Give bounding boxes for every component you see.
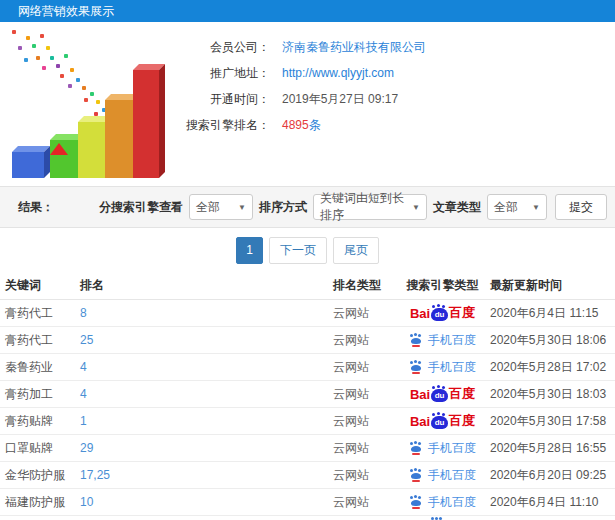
promo-url-link[interactable]: http://www.qlyyjt.com	[282, 66, 394, 80]
table-row: 膏药代工 25 云网站 手机百度 2020年5月30日 18:06	[0, 327, 615, 354]
table-row: 金华防护服 17,25 云网站 手机百度 2020年6月20日 09:25	[0, 462, 615, 489]
member-company-link[interactable]: 济南秦鲁药业科技有限公司	[282, 39, 426, 56]
engine-cell: 手机百度	[395, 332, 490, 349]
submit-button[interactable]: 提交	[555, 194, 607, 220]
keyword-cell: 膏药代工	[0, 332, 80, 349]
update-time-cell: 2020年5月28日 17:02	[490, 359, 615, 376]
rank-link[interactable]: 29	[80, 441, 333, 455]
table-row: 膏药贴牌 1 云网站 Baidu百度 2020年5月30日 17:58	[0, 408, 615, 435]
update-time-cell: 2020年5月30日 18:03	[490, 386, 615, 403]
company-info-section: 会员公司： 济南秦鲁药业科技有限公司 推广地址： http://www.qlyy…	[0, 22, 615, 186]
baidu-logo: Baidu百度	[410, 412, 475, 430]
mobile-baidu-paw-icon	[409, 495, 423, 509]
rank-link[interactable]: 4	[80, 360, 333, 374]
mobile-baidu-logo: 手机百度	[409, 494, 476, 511]
update-time-cell: 2020年6月20日 09:25	[490, 467, 615, 484]
page-button-current[interactable]: 1	[236, 237, 263, 264]
table-row: 口罩贴牌 29 云网站 手机百度 2020年5月28日 16:55	[0, 435, 615, 462]
chevron-down-icon: ▼	[532, 203, 540, 212]
update-time-cell: 2020年6月4日 11:15	[490, 305, 615, 322]
keyword-cell: 膏药代工	[0, 305, 80, 322]
keyword-cell: 膏药加工	[0, 386, 80, 403]
mobile-baidu-paw-icon	[409, 468, 423, 482]
result-section-label: 结果：	[18, 199, 54, 216]
engine-rank-unit: 条	[309, 117, 321, 134]
confetti-decoration	[12, 30, 16, 34]
promo-url-row: 推广地址： http://www.qlyyjt.com	[178, 60, 426, 86]
table-row: 福建防护服 10 云网站 手机百度 2020年6月4日 11:10	[0, 489, 615, 516]
partial-next-row	[0, 516, 615, 520]
engine-cell: Baidu百度	[395, 412, 490, 430]
page-title-bar: 网络营销效果展示	[0, 0, 615, 22]
engine-cell: 手机百度	[395, 494, 490, 511]
last-page-button[interactable]: 尾页	[333, 237, 379, 264]
baidu-paw-icon: du	[431, 308, 448, 321]
keyword-cell: 口罩贴牌	[0, 440, 80, 457]
rank-link[interactable]: 17,25	[80, 468, 333, 482]
keyword-cell: 膏药贴牌	[0, 413, 80, 430]
engine-cell: Baidu百度	[395, 385, 490, 403]
filter-bar: 结果： 分搜索引擎查看 全部 ▼ 排序方式 关键词由短到长排序 ▼ 文章类型 全…	[0, 186, 615, 228]
rank-type-cell: 云网站	[333, 332, 395, 349]
table-row: 秦鲁药业 4 云网站 手机百度 2020年5月28日 17:02	[0, 354, 615, 381]
rank-link[interactable]: 8	[80, 306, 333, 320]
keyword-cell: 福建防护服	[0, 494, 80, 511]
col-header-updated: 最新更新时间	[490, 277, 615, 294]
pagination: 1 下一页 尾页	[0, 228, 615, 272]
mobile-baidu-logo: 手机百度	[409, 440, 476, 457]
sort-selected: 关键词由短到长排序	[320, 190, 406, 224]
promo-url-label: 推广地址：	[178, 65, 270, 82]
mobile-baidu-paw-icon	[409, 333, 423, 347]
update-time-cell: 2020年6月4日 11:10	[490, 494, 615, 511]
mobile-baidu-logo: 手机百度	[409, 332, 476, 349]
mobile-baidu-logo: 手机百度	[409, 467, 476, 484]
chevron-down-icon: ▼	[412, 203, 420, 212]
engine-view-selected: 全部	[196, 199, 220, 216]
rank-type-cell: 云网站	[333, 386, 395, 403]
rank-link[interactable]: 1	[80, 414, 333, 428]
mobile-baidu-paw-icon	[409, 441, 423, 455]
bar-red	[133, 70, 159, 178]
next-page-button[interactable]: 下一页	[269, 237, 327, 264]
engine-view-select[interactable]: 全部 ▼	[189, 194, 253, 220]
rank-type-cell: 云网站	[333, 467, 395, 484]
update-time-cell: 2020年5月30日 18:06	[490, 332, 615, 349]
col-header-engine-type: 搜索引擎类型	[395, 277, 490, 294]
update-time-cell: 2020年5月30日 17:58	[490, 413, 615, 430]
sort-select[interactable]: 关键词由短到长排序 ▼	[313, 194, 427, 220]
rank-type-cell: 云网站	[333, 359, 395, 376]
rank-type-cell: 云网站	[333, 305, 395, 322]
engine-cell: 手机百度	[395, 359, 490, 376]
article-type-selected: 全部	[494, 199, 518, 216]
baidu-logo: Baidu百度	[410, 385, 475, 403]
article-type-select[interactable]: 全部 ▼	[487, 194, 547, 220]
baidu-paw-icon: du	[431, 416, 448, 429]
baidu-logo: Baidu百度	[410, 304, 475, 322]
mobile-baidu-paw-icon	[409, 360, 423, 374]
baidu-paw-icon: du	[431, 389, 448, 402]
member-company-label: 会员公司：	[178, 39, 270, 56]
page-title: 网络营销效果展示	[18, 4, 114, 18]
rank-link[interactable]: 25	[80, 333, 333, 347]
engine-rank-count: 4895	[282, 118, 309, 132]
rank-link[interactable]: 4	[80, 387, 333, 401]
rank-type-cell: 云网站	[333, 494, 395, 511]
engine-cell: Baidu百度	[395, 304, 490, 322]
engine-rank-row: 搜索引擎排名： 4895 条	[178, 112, 426, 138]
company-fields: 会员公司： 济南秦鲁药业科技有限公司 推广地址： http://www.qlyy…	[178, 22, 426, 186]
col-header-keyword: 关键词	[0, 277, 80, 294]
rank-type-cell: 云网站	[333, 440, 395, 457]
up-arrow-icon	[50, 126, 68, 144]
bar-chart-illustration	[0, 22, 178, 186]
chevron-down-icon: ▼	[238, 203, 246, 212]
table-row: 膏药代工 8 云网站 Baidu百度 2020年6月4日 11:15	[0, 300, 615, 327]
bar-yellow	[78, 122, 106, 178]
rank-link[interactable]: 10	[80, 495, 333, 509]
member-company-row: 会员公司： 济南秦鲁药业科技有限公司	[178, 34, 426, 60]
open-time-row: 开通时间： 2019年5月27日 09:17	[178, 86, 426, 112]
engine-view-label: 分搜索引擎查看	[99, 199, 183, 216]
col-header-rank: 排名	[80, 277, 333, 294]
engine-rank-label: 搜索引擎排名：	[178, 117, 270, 134]
bar-orange	[105, 100, 133, 178]
sort-label: 排序方式	[259, 199, 307, 216]
